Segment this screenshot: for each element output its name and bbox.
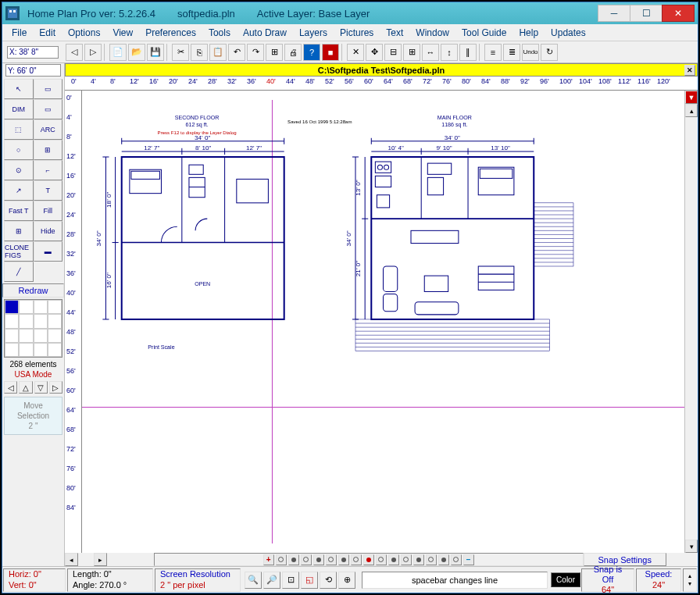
scroll-right-icon[interactable]: ▸ <box>94 553 107 566</box>
menu-tools[interactable]: Tools <box>202 26 237 40</box>
speed-down-icon[interactable]: ▾ <box>688 580 691 588</box>
app-icon <box>5 6 20 20</box>
speed-up-icon[interactable]: ▴ <box>688 572 691 580</box>
minimize-button[interactable]: ─ <box>598 5 630 22</box>
nav-back-icon[interactable]: ◁ <box>66 44 83 61</box>
tool-3[interactable]: ▭ <box>34 99 63 119</box>
menu-view[interactable]: View <box>106 26 139 40</box>
menu-updates[interactable]: Updates <box>545 26 592 40</box>
tool-11[interactable]: T <box>34 180 63 201</box>
close-button[interactable]: ✕ <box>662 5 695 22</box>
save-icon[interactable]: 💾 <box>147 44 164 61</box>
menu-preferences[interactable]: Preferences <box>139 26 202 40</box>
tool-16[interactable]: CLONE FIGS <box>4 241 34 262</box>
snap-x-icon[interactable]: ✕ <box>347 44 364 61</box>
paste-icon[interactable]: 📋 <box>209 44 227 61</box>
menu-window[interactable]: Window <box>409 26 455 40</box>
vflip-icon[interactable]: ↕ <box>441 44 458 61</box>
arrow-right-icon[interactable]: ▷ <box>49 381 62 394</box>
svg-point-56 <box>377 165 382 169</box>
move-icon[interactable]: ✥ <box>366 44 383 61</box>
cut-icon[interactable]: ✂ <box>172 44 189 61</box>
element-count: 268 elements <box>2 359 64 369</box>
open-icon[interactable]: 📂 <box>128 44 145 61</box>
menu-edit[interactable]: Edit <box>33 26 62 40</box>
redo-icon[interactable]: ↷ <box>247 44 264 61</box>
menu-tool-guide[interactable]: Tool Guide <box>455 26 512 40</box>
spacebar-hint: spacebar changes line <box>362 572 548 589</box>
menu-file[interactable]: File <box>5 26 33 40</box>
tool-10[interactable]: ↗ <box>4 180 34 201</box>
scroll-down-icon[interactable]: ▾ <box>685 540 698 553</box>
menu-layers[interactable]: Layers <box>293 26 334 40</box>
tool-14[interactable]: ⊞ <box>4 221 34 241</box>
scroll-up-icon[interactable]: ▴ <box>685 104 698 117</box>
snap-dots[interactable]: + − <box>154 553 584 566</box>
tool-7[interactable]: ⊞ <box>34 140 63 160</box>
distribute-icon[interactable]: ⊞ <box>403 44 420 61</box>
horizontal-scrollbar[interactable]: ◂ ▸ + − Snap Settings <box>65 553 698 566</box>
zoom-out-dot[interactable]: − <box>463 554 474 565</box>
zoom-prev-icon[interactable]: ⟲ <box>320 572 337 589</box>
tool-1[interactable]: ▭ <box>34 79 63 99</box>
tool-17[interactable]: ▬ <box>34 241 63 262</box>
tool-12[interactable]: Fast T <box>4 201 34 221</box>
align-icon[interactable]: ⊟ <box>384 44 402 61</box>
columns-icon[interactable]: ‖ <box>459 44 477 61</box>
help-icon[interactable]: ? <box>303 44 320 61</box>
color-palette[interactable] <box>4 299 62 358</box>
scroll-left-icon[interactable]: ◂ <box>65 553 78 566</box>
tool-15[interactable]: Hide <box>34 221 63 241</box>
print-icon[interactable]: 🖨 <box>284 44 302 61</box>
new-icon[interactable]: 📄 <box>109 44 127 61</box>
zoom-window-icon[interactable]: ◱ <box>301 572 318 589</box>
tool-13[interactable]: Fill <box>34 201 63 221</box>
color-button[interactable]: Color <box>551 572 580 587</box>
arrow-left-icon[interactable]: ◁ <box>4 381 17 394</box>
tool-8[interactable]: ⊙ <box>4 160 34 180</box>
stop-icon[interactable]: ■ <box>322 44 339 61</box>
hflip-icon[interactable]: ↔ <box>422 44 439 61</box>
svg-rect-51 <box>371 157 534 319</box>
nav-fwd-icon[interactable]: ▷ <box>84 44 102 61</box>
svg-text:10' 4": 10' 4" <box>388 144 404 151</box>
undo2-icon[interactable]: Undo <box>522 44 539 61</box>
move-selection[interactable]: Move Selection 2 " <box>4 397 62 435</box>
drawing-canvas[interactable]: SECOND FLOOR 612 sq ft. Press F12 to dis… <box>82 91 684 553</box>
y-position: Y: 66' 0" <box>5 64 61 77</box>
zoom-ext-icon[interactable]: ⊕ <box>338 572 355 589</box>
tool-0[interactable]: ↖ <box>4 79 34 99</box>
copy-icon[interactable]: ⎘ <box>191 44 208 61</box>
vertical-scrollbar[interactable]: ▼ ▴ ▾ <box>684 91 698 553</box>
snap-settings-button[interactable]: Snap Settings <box>584 553 667 566</box>
menu-options[interactable]: Options <box>62 26 106 40</box>
tool-4[interactable]: ⬚ <box>4 119 34 140</box>
zoom-fit-icon[interactable]: ⊡ <box>282 572 299 589</box>
redo2-icon[interactable]: ↻ <box>541 44 558 61</box>
zoom-in-dot[interactable]: + <box>263 554 274 565</box>
tool-9[interactable]: ⌐ <box>34 160 63 180</box>
arrow-up-icon[interactable]: △ <box>19 381 32 394</box>
layer2-icon[interactable]: ≣ <box>503 44 520 61</box>
svg-text:SECOND FLOOR: SECOND FLOOR <box>175 115 220 121</box>
grid-icon[interactable]: ⊞ <box>266 44 283 61</box>
x-position: X: 38' 8" <box>7 46 59 59</box>
tool-2[interactable]: DIM <box>4 99 34 119</box>
scroll-marker-icon[interactable]: ▼ <box>685 91 698 104</box>
menu-pictures[interactable]: Pictures <box>334 26 380 40</box>
arrow-down-icon[interactable]: ▽ <box>34 381 48 394</box>
tool-6[interactable]: ○ <box>4 140 34 160</box>
svg-text:34' 0": 34' 0" <box>95 230 102 246</box>
maximize-button[interactable]: ☐ <box>630 5 662 22</box>
menu-auto-draw[interactable]: Auto Draw <box>237 26 293 40</box>
zoom-in-icon[interactable]: 🔎 <box>263 572 280 589</box>
tool-18[interactable]: ╱ <box>4 262 34 282</box>
redraw-button[interactable]: Redraw <box>2 283 64 298</box>
undo-icon[interactable]: ↶ <box>228 44 245 61</box>
close-file-icon[interactable]: ✕ <box>684 65 695 76</box>
menu-text[interactable]: Text <box>380 26 409 40</box>
layer1-icon[interactable]: ≡ <box>484 44 502 61</box>
zoom-out-icon[interactable]: 🔍 <box>245 572 262 589</box>
tool-5[interactable]: ARC <box>34 119 63 140</box>
menu-help[interactable]: Help <box>512 26 545 40</box>
